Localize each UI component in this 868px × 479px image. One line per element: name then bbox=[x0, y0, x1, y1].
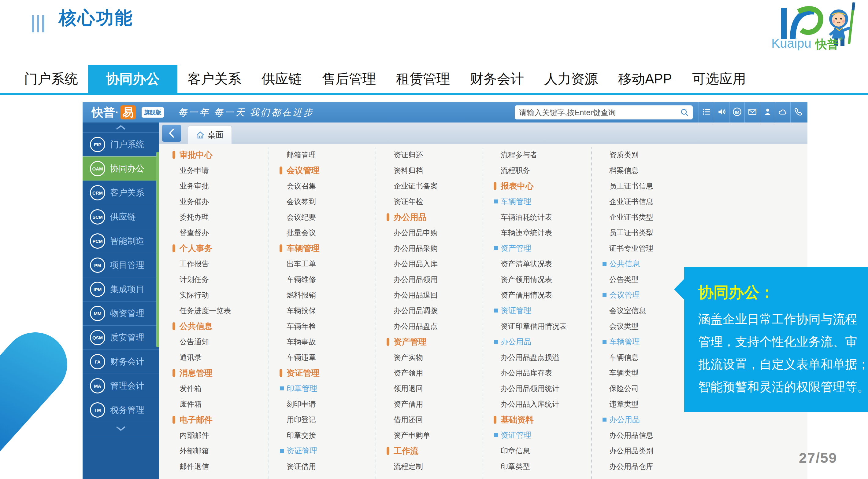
search-input[interactable] bbox=[519, 108, 680, 117]
menu-subgroup-header[interactable]: 印章管理 bbox=[269, 381, 376, 396]
menu-item[interactable]: 资证归还 bbox=[376, 147, 483, 163]
search-icon[interactable] bbox=[680, 108, 689, 117]
menu-item[interactable]: 办公用品库存表 bbox=[483, 365, 591, 381]
menu-item[interactable]: 办公用品退回 bbox=[376, 287, 483, 303]
sidebar-item-mm[interactable]: MM物资管理 bbox=[83, 301, 159, 326]
menu-item[interactable]: 员工证书类型 bbox=[592, 225, 807, 240]
im-button[interactable]: IM bbox=[729, 102, 744, 123]
menu-item[interactable]: 办公用品仓库 bbox=[592, 458, 807, 474]
menu-item[interactable]: 资证年检 bbox=[376, 194, 483, 209]
menu-item[interactable]: 资证借用 bbox=[269, 458, 376, 474]
module-tab-4[interactable]: 售后管理 bbox=[312, 65, 386, 93]
menu-item[interactable]: 会议签到 bbox=[269, 194, 376, 209]
menu-item[interactable]: 办公用品调拨 bbox=[376, 303, 483, 318]
menu-item[interactable]: 办公用品申购 bbox=[376, 225, 483, 240]
sidebar-item-pcm[interactable]: PCM智能制造 bbox=[83, 229, 159, 253]
menu-item[interactable]: 业务催办 bbox=[162, 194, 269, 209]
menu-item[interactable]: 办公用品盘点损溢 bbox=[483, 349, 591, 365]
module-tab-6[interactable]: 财务会计 bbox=[460, 65, 534, 93]
menu-group-header[interactable]: 电子邮件 bbox=[162, 412, 269, 427]
module-tab-2[interactable]: 客户关系 bbox=[177, 65, 251, 93]
menu-item[interactable]: 通讯录 bbox=[162, 349, 269, 365]
menu-item[interactable]: 资产申购单 bbox=[376, 427, 483, 443]
menu-item[interactable]: 燃料报销 bbox=[269, 287, 376, 303]
list-button[interactable] bbox=[699, 102, 714, 123]
sidebar-item-oam[interactable]: OAM协同办公 bbox=[83, 157, 159, 180]
module-tab-8[interactable]: 移动APP bbox=[608, 65, 682, 93]
sidebar-item-ma[interactable]: MA管理会计 bbox=[83, 374, 159, 398]
sidebar-item-pm[interactable]: PM项目管理 bbox=[83, 253, 159, 277]
menu-item[interactable]: 车辆违章 bbox=[269, 349, 376, 365]
menu-item[interactable]: 资产实物 bbox=[376, 349, 483, 365]
sidebar-item-eip[interactable]: EIP门户系统 bbox=[83, 132, 159, 157]
menu-item[interactable]: 办公用品采购 bbox=[376, 240, 483, 256]
menu-subgroup-header[interactable]: 车辆管理 bbox=[483, 194, 591, 209]
menu-group-header[interactable]: 车辆管理 bbox=[269, 240, 376, 256]
menu-group-header[interactable]: 办公用品 bbox=[376, 209, 483, 225]
menu-item[interactable]: 车辆事故 bbox=[269, 334, 376, 349]
menu-group-header[interactable]: 个人事务 bbox=[162, 240, 269, 256]
menu-item[interactable]: 会议召集 bbox=[269, 178, 376, 194]
menu-subgroup-header[interactable]: 资产管理 bbox=[483, 240, 591, 256]
module-tab-5[interactable]: 租赁管理 bbox=[386, 65, 460, 93]
module-tab-7[interactable]: 人力资源 bbox=[534, 65, 608, 93]
menu-item[interactable]: 印章信息 bbox=[483, 443, 591, 458]
menu-item[interactable]: 办公用品信息 bbox=[592, 427, 807, 443]
menu-item[interactable]: 车辆油耗统计表 bbox=[483, 209, 591, 225]
menu-item[interactable]: 企业证书信息 bbox=[592, 194, 807, 209]
menu-group-header[interactable]: 资证管理 bbox=[269, 365, 376, 381]
sidebar-item-crm[interactable]: CRM客户关系 bbox=[83, 180, 159, 205]
menu-group-header[interactable]: 审批中心 bbox=[162, 147, 269, 163]
menu-item[interactable]: 办公用品盘点 bbox=[376, 318, 483, 334]
menu-item[interactable]: 办公用品入库 bbox=[376, 256, 483, 272]
sidebar-item-ipm[interactable]: IPM集成项目 bbox=[83, 277, 159, 301]
sidebar-item-scm[interactable]: SCM供应链 bbox=[83, 205, 159, 229]
menu-item[interactable]: 资质类别 bbox=[592, 147, 807, 163]
menu-subgroup-header[interactable]: 资证管理 bbox=[483, 427, 591, 443]
menu-item[interactable]: 资证印章借用情况表 bbox=[483, 318, 591, 334]
cloud-button[interactable] bbox=[775, 102, 790, 123]
menu-item[interactable]: 业务申请 bbox=[162, 163, 269, 178]
module-tab-0[interactable]: 门户系统 bbox=[14, 65, 88, 93]
menu-subgroup-header[interactable]: 资证管理 bbox=[483, 303, 591, 318]
sidebar-item-qsm[interactable]: QSM质安管理 bbox=[83, 326, 159, 349]
module-tab-3[interactable]: 供应链 bbox=[251, 65, 312, 93]
menu-item[interactable]: 员工证书信息 bbox=[592, 178, 807, 194]
menu-item[interactable]: 督查督办 bbox=[162, 225, 269, 240]
sidebar-item-fa[interactable]: FA财务会计 bbox=[83, 349, 159, 374]
menu-item[interactable]: 外部邮箱 bbox=[162, 443, 269, 458]
sidebar-scroll-up[interactable] bbox=[83, 123, 159, 132]
menu-subgroup-header[interactable]: 办公用品 bbox=[592, 412, 807, 427]
menu-item[interactable]: 公告通知 bbox=[162, 334, 269, 349]
menu-item[interactable]: 业务审批 bbox=[162, 178, 269, 194]
menu-item[interactable]: 邮箱管理 bbox=[269, 147, 376, 163]
menu-item[interactable]: 批量会议 bbox=[269, 225, 376, 240]
menu-group-header[interactable]: 报表中心 bbox=[483, 178, 591, 194]
menu-item[interactable]: 企业证书类型 bbox=[592, 209, 807, 225]
menu-item[interactable]: 发件箱 bbox=[162, 381, 269, 396]
speaker-button[interactable] bbox=[714, 102, 729, 123]
person-button[interactable] bbox=[760, 102, 775, 123]
menu-item[interactable]: 印章交接 bbox=[269, 427, 376, 443]
menu-item[interactable]: 流程参与者 bbox=[483, 147, 591, 163]
menu-group-header[interactable]: 消息管理 bbox=[162, 365, 269, 381]
menu-item[interactable]: 资产借用情况表 bbox=[483, 287, 591, 303]
sidebar-item-tm[interactable]: TM税务管理 bbox=[83, 398, 159, 422]
menu-item[interactable]: 用印登记 bbox=[269, 412, 376, 427]
menu-item[interactable]: 车辆维修 bbox=[269, 272, 376, 287]
menu-item[interactable]: 实际行动 bbox=[162, 287, 269, 303]
sidebar-scrollbar[interactable] bbox=[156, 152, 159, 347]
menu-item[interactable]: 工作报告 bbox=[162, 256, 269, 272]
menu-item[interactable]: 出车工单 bbox=[269, 256, 376, 272]
menu-item[interactable]: 证书专业管理 bbox=[592, 240, 807, 256]
menu-item[interactable]: 办公用品领用 bbox=[376, 272, 483, 287]
menu-group-header[interactable]: 公共信息 bbox=[162, 318, 269, 334]
menu-item[interactable]: 办公用品领用统计 bbox=[483, 381, 591, 396]
menu-group-header[interactable]: 基础资料 bbox=[483, 412, 591, 427]
menu-item[interactable]: 废件箱 bbox=[162, 396, 269, 412]
menu-item[interactable]: 资产领用 bbox=[376, 365, 483, 381]
sidebar-scroll-down[interactable] bbox=[83, 422, 159, 435]
menu-item[interactable]: 车辆违章统计表 bbox=[483, 225, 591, 240]
menu-item[interactable]: 印章类型 bbox=[483, 458, 591, 474]
menu-group-header[interactable]: 资产管理 bbox=[376, 334, 483, 349]
